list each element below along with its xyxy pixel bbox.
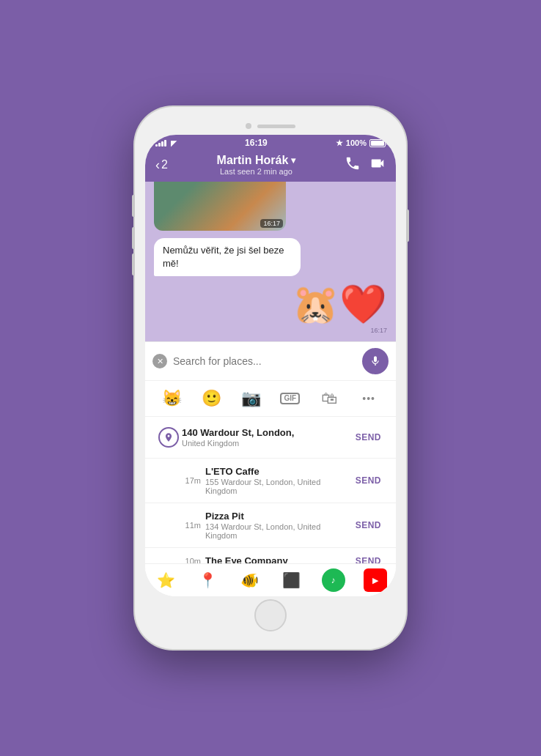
send-button-0[interactable]: SEND — [351, 429, 386, 445]
emoji-icon: 🙂 — [202, 389, 221, 408]
bluetooth-icon: ★ — [336, 138, 343, 148]
more-button[interactable]: ••• — [356, 385, 382, 412]
search-row: ✕ — [145, 342, 396, 381]
sticker-button[interactable]: 😸 — [159, 385, 185, 412]
emoji-button[interactable]: 🙂 — [198, 385, 224, 412]
nav-actions — [345, 155, 386, 175]
location-pin-icon — [158, 427, 179, 448]
gif-button[interactable]: GIF — [277, 385, 303, 412]
location-address: 155 Wardour St, London, United Kingdom — [205, 478, 351, 495]
location-info: Pizza Pit 134 Wardour St, London, United… — [205, 511, 351, 540]
mic-button[interactable] — [362, 348, 389, 374]
bubble-text: Nemůžu věřit, že jsi šel beze mě! — [163, 245, 284, 269]
location-info: 140 Wardour St, London, United Kingdom — [182, 427, 351, 448]
location-list: 140 Wardour St, London, United Kingdom S… — [145, 417, 396, 563]
sticker-area: 🐹❤️ 16:17 — [292, 282, 387, 334]
location-icon-col — [155, 467, 182, 494]
nav-center: Martin Horák ▾ Last seen 2 min ago — [168, 154, 345, 176]
chat-area: 16:17 Nemůžu věřit, že jsi šel beze mě! … — [145, 182, 396, 341]
location-name: Pizza Pit — [205, 511, 351, 522]
black-square-app-icon[interactable]: ⬛ — [280, 568, 303, 592]
home-button[interactable] — [254, 599, 287, 631]
location-address: United Kingdom — [182, 439, 351, 448]
clear-search-button[interactable]: ✕ — [152, 354, 167, 368]
location-info: The Eye Company — [205, 555, 351, 563]
location-icon-col — [155, 424, 182, 451]
favorites-app-icon[interactable]: ⭐ — [155, 568, 178, 592]
location-name: 140 Wardour St, London, — [182, 427, 351, 438]
speaker-slit — [257, 125, 295, 128]
battery-fill — [371, 141, 384, 146]
battery-percent: 100% — [346, 138, 367, 147]
contact-name-row: Martin Horák ▾ — [168, 154, 345, 167]
fish-app-icon[interactable]: 🐠 — [238, 568, 262, 592]
location-item[interactable]: 140 Wardour St, London, United Kingdom S… — [145, 417, 396, 459]
input-area: ✕ 😸 🙂 📷 GIF — [145, 341, 396, 596]
maps-app-icon[interactable]: 📍 — [196, 568, 220, 592]
photo-timestamp: 16:17 — [260, 219, 283, 228]
video-call-button[interactable] — [369, 155, 386, 175]
location-item[interactable]: 11m Pizza Pit 134 Wardour St, London, Un… — [145, 503, 396, 548]
camera-dot — [246, 123, 251, 129]
call-button[interactable] — [345, 155, 361, 175]
battery-icon — [369, 139, 386, 147]
send-button-2[interactable]: SEND — [351, 517, 386, 533]
location-distance-2: 11m — [182, 521, 201, 530]
spotify-app-icon[interactable]: ♪ — [322, 568, 345, 592]
send-button-3[interactable]: SEND — [351, 553, 386, 564]
location-icon-col — [155, 512, 182, 538]
chevron-left-icon: ‹ — [155, 158, 160, 173]
phone-screen: ◤ 16:19 ★ 100% ‹ 2 Martin Horák ▾ — [145, 135, 396, 596]
back-button[interactable]: ‹ 2 — [155, 158, 168, 173]
location-item[interactable]: 17m L'ETO Caffe 155 Wardour St, London, … — [145, 459, 396, 503]
photo-message: 16:17 — [154, 182, 286, 231]
phone-device: ◤ 16:19 ★ 100% ‹ 2 Martin Horák ▾ — [135, 107, 406, 649]
location-name: L'ETO Caffe — [205, 466, 351, 477]
location-distance-1: 17m — [182, 476, 201, 485]
phone-top-details — [246, 117, 295, 135]
sticker-timestamp: 16:17 — [292, 327, 387, 334]
contact-name: Martin Horák — [217, 154, 289, 167]
sticker-emoji: 🐹❤️ — [292, 282, 387, 327]
signal-bars — [155, 139, 166, 147]
location-item[interactable]: 10m The Eye Company SEND — [145, 548, 396, 563]
youtube-app-icon[interactable]: ▶ — [364, 568, 387, 592]
location-icon-col — [155, 548, 182, 563]
last-seen-status: Last seen 2 min ago — [168, 167, 345, 176]
send-button-1[interactable]: SEND — [351, 472, 386, 489]
location-info: L'ETO Caffe 155 Wardour St, London, Unit… — [205, 466, 351, 495]
gif-badge: GIF — [280, 393, 300, 404]
nav-bar: ‹ 2 Martin Horák ▾ Last seen 2 min ago — [145, 149, 396, 182]
bag-icon: 🛍 — [321, 389, 337, 408]
chevron-down-icon[interactable]: ▾ — [291, 155, 295, 166]
status-bar: ◤ 16:19 ★ 100% — [145, 135, 396, 149]
signal-area: ◤ — [155, 139, 177, 147]
toolbar-row: 😸 🙂 📷 GIF 🛍 ••• — [145, 381, 396, 417]
wifi-icon: ◤ — [171, 139, 177, 147]
location-name: The Eye Company — [205, 555, 351, 563]
text-bubble: Nemůžu věřit, že jsi šel beze mě! — [154, 238, 301, 276]
location-distance-3: 10m — [182, 557, 201, 564]
bottom-app-bar: ⭐ 📍 🐠 ⬛ ♪ ▶ — [145, 563, 396, 596]
camera-button[interactable]: 📷 — [238, 385, 264, 412]
camera-icon: 📷 — [241, 389, 261, 408]
back-count: 2 — [161, 158, 168, 171]
search-places-input[interactable] — [173, 355, 356, 367]
sticker-icon: 😸 — [162, 389, 182, 408]
more-icon: ••• — [362, 393, 375, 404]
status-time: 16:19 — [245, 138, 268, 148]
location-address: 134 Wardour St, London, United Kingdom — [205, 522, 351, 540]
home-button-area — [254, 596, 287, 634]
bag-button[interactable]: 🛍 — [316, 385, 342, 412]
status-right: ★ 100% — [336, 138, 386, 148]
photo-inner: 16:17 — [154, 182, 286, 231]
